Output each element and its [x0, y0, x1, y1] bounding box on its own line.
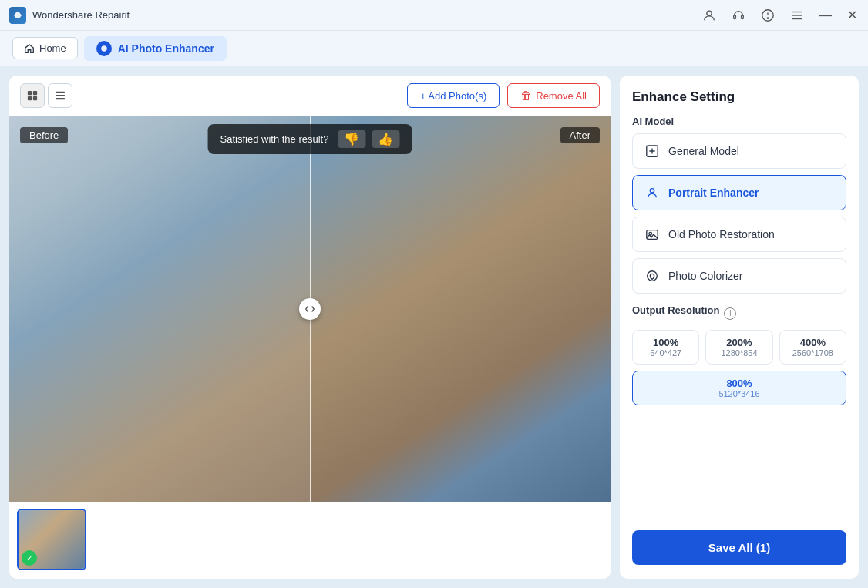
- res-200-dim: 1280*854: [709, 348, 769, 358]
- title-bar: Wondershare Repairit — ✕: [0, 0, 868, 31]
- satisfaction-text: Satisfied with the result?: [220, 133, 329, 145]
- main-content: + Add Photo(s) 🗑 Remove All Before After…: [0, 66, 868, 588]
- panel-title: Enhance Setting: [632, 89, 846, 105]
- res-400-button[interactable]: 400% 2560*1708: [779, 330, 846, 365]
- svg-rect-15: [56, 98, 65, 99]
- svg-rect-9: [28, 91, 32, 95]
- portrait-enhancer-icon: [644, 184, 661, 201]
- before-label: Before: [20, 127, 68, 143]
- save-all-button[interactable]: Save All (1): [632, 530, 846, 565]
- res-800-pct: 800%: [636, 378, 843, 389]
- svg-point-0: [707, 11, 712, 15]
- svg-rect-10: [33, 91, 37, 95]
- model-old-photo[interactable]: Old Photo Restoration: [632, 217, 846, 252]
- close-button[interactable]: ✕: [846, 6, 859, 24]
- thumbnail-item[interactable]: ✓: [17, 509, 86, 570]
- account-button[interactable]: [701, 7, 718, 24]
- toolbar: + Add Photo(s) 🗑 Remove All: [9, 76, 611, 116]
- satisfaction-buttons: 👎 👍: [338, 130, 399, 148]
- old-photo-icon: [644, 226, 661, 243]
- app-title: Wondershare Repairit: [32, 9, 130, 21]
- left-panel: + Add Photo(s) 🗑 Remove All Before After…: [9, 76, 611, 579]
- svg-point-8: [101, 45, 107, 52]
- feedback-button[interactable]: [759, 7, 776, 24]
- remove-all-label: Remove All: [536, 90, 587, 102]
- general-model-icon: [644, 143, 661, 160]
- output-resolution-section: Output Resolution i 100% 640*427 200% 12…: [632, 304, 846, 405]
- res-100-button[interactable]: 100% 640*427: [632, 330, 699, 365]
- resolution-grid: 100% 640*427 200% 1280*854 400% 2560*170…: [632, 330, 846, 365]
- svg-point-4: [767, 17, 768, 18]
- add-photos-button[interactable]: + Add Photo(s): [407, 83, 500, 108]
- tab-icon: [96, 41, 112, 56]
- comparison-handle[interactable]: [299, 298, 321, 320]
- res-100-pct: 100%: [636, 337, 695, 348]
- minimize-button[interactable]: —: [818, 7, 833, 24]
- res-800-button[interactable]: 800% 5120*3416: [632, 371, 846, 405]
- model-general[interactable]: General Model: [632, 133, 846, 169]
- res-100-dim: 640*427: [636, 348, 695, 358]
- menu-button[interactable]: [789, 7, 806, 24]
- thumb-down-button[interactable]: 👎: [338, 130, 365, 148]
- view-controls: [20, 83, 72, 108]
- res-800-dim: 5120*3416: [636, 389, 843, 398]
- home-nav-label: Home: [39, 42, 66, 54]
- remove-all-button[interactable]: 🗑 Remove All: [507, 83, 600, 108]
- thumb-up-button[interactable]: 👍: [372, 130, 399, 148]
- toolbar-actions: + Add Photo(s) 🗑 Remove All: [407, 83, 600, 108]
- output-resolution-label-row: Output Resolution i: [632, 304, 846, 322]
- title-bar-left: Wondershare Repairit: [9, 7, 130, 24]
- model-portrait[interactable]: Portrait Enhancer: [632, 175, 846, 210]
- ai-model-section: AI Model General Model Portrait Enhancer: [632, 116, 846, 294]
- svg-rect-12: [33, 96, 37, 100]
- general-model-label: General Model: [668, 145, 739, 157]
- res-200-button[interactable]: 200% 1280*854: [705, 330, 772, 365]
- svg-rect-13: [56, 92, 65, 93]
- portrait-enhancer-label: Portrait Enhancer: [668, 186, 759, 199]
- svg-rect-11: [28, 96, 32, 100]
- old-photo-restoration-label: Old Photo Restoration: [668, 228, 775, 240]
- model-colorizer[interactable]: Photo Colorizer: [632, 258, 846, 294]
- tab-label: AI Photo Enhancer: [118, 42, 214, 55]
- satisfaction-bar: Satisfied with the result? 👎 👍: [208, 124, 412, 154]
- res-200-pct: 200%: [709, 337, 769, 348]
- thumbnail-strip: ✓: [9, 502, 611, 579]
- home-nav-button[interactable]: Home: [12, 37, 78, 59]
- svg-rect-2: [742, 15, 744, 19]
- enhance-settings-panel: Enhance Setting AI Model General Model: [620, 76, 859, 579]
- ai-model-label: AI Model: [632, 116, 846, 127]
- svg-rect-18: [647, 230, 658, 240]
- svg-rect-1: [734, 15, 736, 19]
- headset-button[interactable]: [730, 7, 747, 24]
- svg-point-17: [650, 189, 654, 193]
- res-400-pct: 400%: [783, 337, 843, 348]
- info-icon[interactable]: i: [724, 307, 736, 320]
- add-photos-label: + Add Photo(s): [420, 90, 486, 102]
- ai-photo-enhancer-tab[interactable]: AI Photo Enhancer: [84, 36, 227, 61]
- title-bar-controls: — ✕: [701, 6, 859, 24]
- photo-colorizer-icon: [644, 267, 661, 284]
- after-label: After: [560, 127, 600, 143]
- list-view-button[interactable]: [48, 83, 72, 108]
- res-400-dim: 2560*1708: [783, 348, 843, 358]
- nav-bar: Home AI Photo Enhancer: [0, 31, 868, 66]
- app-icon: [9, 7, 26, 24]
- svg-rect-14: [56, 95, 65, 96]
- trash-icon: 🗑: [520, 89, 531, 102]
- output-resolution-label: Output Resolution: [632, 304, 719, 316]
- photo-colorizer-label: Photo Colorizer: [668, 270, 743, 282]
- grid-view-button[interactable]: [20, 83, 45, 108]
- image-comparison-area: Before After Satisfied with the result? …: [9, 116, 611, 502]
- thumbnail-check-icon: ✓: [22, 550, 37, 566]
